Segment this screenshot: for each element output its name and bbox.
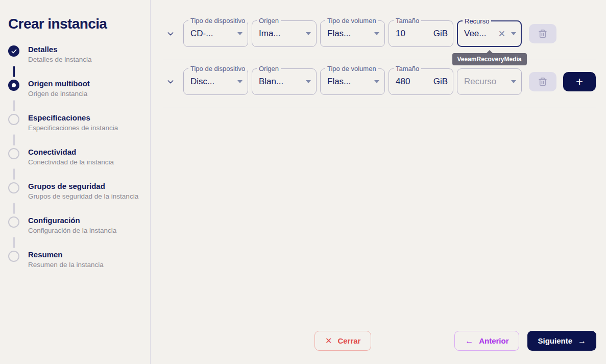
field-value: Blan...	[259, 77, 303, 87]
delete-row-button[interactable]	[529, 24, 556, 43]
row-divider	[163, 60, 596, 60]
step-pending-icon	[8, 251, 19, 262]
step-connector	[13, 66, 15, 77]
section-divider	[163, 108, 596, 108]
step-sublabel: Origen de instancia	[28, 90, 90, 98]
sidebar-step-detalles[interactable]: Detalles Detalles de instancia	[8, 45, 144, 64]
field-value: Disc...	[190, 77, 234, 87]
step-sublabel: Configuración de la instancia	[28, 227, 116, 235]
multiboot-row: Tipo de dispositivo Disc... Origen Blan.…	[163, 68, 596, 95]
previous-button-label: Anterior	[479, 336, 508, 345]
resource-select[interactable]: Recurso	[457, 68, 522, 95]
trash-icon	[537, 28, 548, 39]
step-sublabel: Detalles de instancia	[28, 56, 92, 64]
step-pending-icon	[8, 182, 19, 193]
field-value: Flas...	[327, 77, 371, 87]
close-button[interactable]: ✕ Cerrar	[314, 331, 371, 351]
field-value: 480	[396, 77, 433, 87]
sidebar-step-origen-multiboot[interactable]: Origen multiboot Origen de instancia	[8, 79, 144, 98]
step-active-icon	[8, 80, 19, 91]
caret-down-icon	[374, 80, 379, 83]
close-button-label: Cerrar	[337, 336, 360, 345]
origin-select[interactable]: Origen Ima...	[252, 20, 317, 47]
step-pending-icon	[8, 148, 19, 159]
field-label: Tamaño	[394, 65, 421, 73]
step-sublabel: Resumen de la instancia	[28, 261, 104, 269]
caret-down-icon	[306, 32, 311, 35]
add-row-button[interactable]: +	[563, 72, 596, 91]
step-label: Origen multiboot	[28, 79, 90, 88]
field-label: Origen	[257, 17, 281, 25]
step-connector	[13, 168, 15, 180]
step-sublabel: Conectividad de la instancia	[28, 158, 114, 166]
device-type-select[interactable]: Tipo de dispositivo CD-...	[183, 20, 248, 47]
field-value: Ima...	[259, 29, 303, 39]
step-completed-check-icon	[8, 45, 19, 57]
resource-tooltip: VeeamRecoveryMedia	[452, 53, 526, 65]
field-value: Vee...	[464, 29, 498, 39]
step-label: Conectividad	[28, 148, 114, 157]
step-label: Configuración	[28, 216, 116, 225]
volume-type-select[interactable]: Tipo de volumen Flas...	[320, 68, 385, 95]
caret-down-icon	[374, 32, 379, 35]
size-input[interactable]: Tamaño 10 GiB	[389, 20, 453, 47]
clear-icon[interactable]: ✕	[498, 30, 505, 38]
expand-row-button[interactable]	[163, 75, 178, 89]
field-label: Tipo de volumen	[325, 17, 378, 25]
step-connector	[13, 237, 15, 248]
field-label: Tamaño	[394, 17, 421, 25]
field-label: Tipo de volumen	[325, 65, 378, 73]
sidebar-step-grupos-seguridad[interactable]: Grupos de seguridad Grupos de seguridad …	[8, 182, 144, 201]
step-connector	[13, 134, 15, 145]
wizard-sidebar: Crear instancia Detalles Detalles de ins…	[0, 0, 151, 364]
next-button-label: Siguiente	[538, 336, 572, 345]
step-label: Grupos de seguridad	[28, 182, 138, 191]
chevron-down-icon	[166, 30, 175, 38]
wizard-footer: ✕ Cerrar ← Anterior Siguiente →	[314, 331, 596, 351]
multiboot-row: Tipo de dispositivo CD-... Origen Ima...…	[163, 20, 596, 47]
step-pending-icon	[8, 114, 19, 125]
caret-down-icon	[306, 80, 311, 83]
volume-type-select[interactable]: Tipo de volumen Flas...	[320, 20, 385, 47]
expand-row-button[interactable]	[163, 27, 178, 41]
size-unit: GiB	[433, 77, 448, 87]
sidebar-step-conectividad[interactable]: Conectividad Conectividad de la instanci…	[8, 148, 144, 166]
caret-down-icon	[237, 32, 243, 35]
caret-down-icon	[237, 80, 243, 83]
sidebar-step-resumen[interactable]: Resumen Resumen de la instancia	[8, 250, 144, 269]
field-value: CD-...	[190, 29, 234, 39]
device-type-select[interactable]: Tipo de dispositivo Disc...	[183, 68, 248, 95]
step-label: Resumen	[28, 250, 104, 259]
delete-row-button[interactable]	[529, 72, 556, 91]
step-connector	[13, 100, 15, 111]
page-title: Crear instancia	[8, 15, 144, 33]
size-input[interactable]: Tamaño 480 GiB	[389, 68, 453, 95]
step-sublabel: Especificaciones de instancia	[28, 124, 118, 132]
resource-select[interactable]: Recurso Vee... ✕ VeeamRecoveryMedia	[457, 20, 522, 47]
field-label: Recurso	[463, 17, 491, 26]
caret-down-icon	[511, 80, 516, 83]
previous-button[interactable]: ← Anterior	[454, 331, 519, 351]
close-icon: ✕	[325, 337, 332, 345]
next-button[interactable]: Siguiente →	[527, 331, 596, 351]
field-label: Tipo de dispositivo	[188, 17, 247, 25]
size-unit: GiB	[433, 29, 448, 39]
wizard-content: Tipo de dispositivo CD-... Origen Ima...…	[151, 0, 606, 364]
step-label: Detalles	[28, 45, 92, 54]
arrow-right-icon: →	[578, 337, 586, 345]
arrow-left-icon: ←	[465, 337, 473, 345]
sidebar-step-especificaciones[interactable]: Especificaciones Especificaciones de ins…	[8, 113, 144, 132]
origin-select[interactable]: Origen Blan...	[252, 68, 317, 95]
field-value: 10	[396, 29, 433, 39]
step-sublabel: Grupos de seguridad de la instancia	[28, 192, 138, 201]
step-pending-icon	[8, 216, 19, 228]
field-label: Tipo de dispositivo	[188, 65, 247, 73]
trash-icon	[537, 76, 548, 87]
sidebar-step-configuracion[interactable]: Configuración Configuración de la instan…	[8, 216, 144, 235]
field-label: Origen	[257, 65, 281, 73]
field-placeholder: Recurso	[464, 77, 508, 87]
field-value: Flas...	[327, 29, 371, 39]
caret-down-icon	[511, 32, 516, 35]
step-connector	[13, 203, 15, 214]
step-label: Especificaciones	[28, 113, 118, 123]
